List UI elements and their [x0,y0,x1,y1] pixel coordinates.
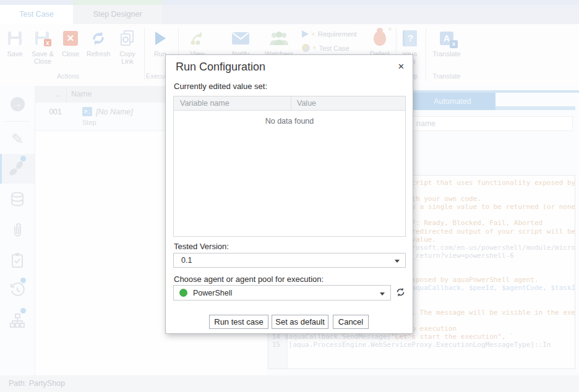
sidebar-item-edit[interactable]: ✎ [0,124,35,154]
requirement-icon [302,30,309,38]
tested-version-select[interactable]: 0.1 [173,253,406,268]
tab-step-designer[interactable]: Step Designer [73,5,162,24]
translate-icon: Ax [440,32,453,45]
sidebar-item-history[interactable] [0,276,35,305]
active-item-accent [0,154,2,184]
app-window: Test Case Step Designer Save x Save &Clo… [0,0,579,392]
group-label-actions: Actions [37,72,99,80]
sparkle-icon: ✳ [388,27,392,32]
copy-link-icon [114,27,141,50]
dialog-close-icon[interactable]: ✕ [398,62,405,71]
status-bar: Path: PartyShop [0,375,579,392]
step-number: 001 [35,108,62,116]
run-configuration-dialog: Run Configuration ✕ Currently edited val… [165,54,413,334]
step-name: [No Name] [96,108,133,116]
svg-text:x: x [46,40,49,46]
sidebar-divider [5,121,30,122]
value-set-table: Variable name Value No data found [173,96,406,237]
window-top-strip-accent [73,0,162,5]
save-and-close-icon: x [28,27,57,50]
expand-arrow-icon: → [11,97,25,111]
translate-button[interactable]: Ax Translate [431,27,463,58]
steps-footprints-icon [9,161,25,177]
close-icon: ✕ [63,31,78,46]
save-and-close-button[interactable]: x Save &Close [28,27,57,65]
grid-column-name[interactable]: Name [71,86,92,103]
database-icon [10,192,25,208]
grid-column-more[interactable]: ... [35,86,67,103]
set-as-default-button[interactable]: Set as default [272,315,328,329]
notify-icon [225,27,256,50]
sidebar-item-data[interactable] [0,185,35,215]
defect-bug-icon [374,31,386,46]
ribbon-tab-row: Test Case Step Designer [0,5,579,24]
tested-version-value: 0.1 [181,256,192,265]
tab-test-case[interactable]: Test Case [0,5,73,24]
value-set-label: Currently edited value set: [174,82,267,91]
agent-select[interactable]: PowerShell [173,285,391,300]
no-data-message: No data found [174,117,405,126]
tab-automated[interactable]: Automated [410,93,495,110]
dialog-title: Run Configuration [176,61,265,74]
agent-label: Choose agent or agent pool for execution… [174,275,324,284]
test-case-icon [302,44,310,52]
create-test-case-button[interactable]: ✳ Test Case [302,44,350,52]
group-label-translate: Translate [426,72,468,80]
view-button[interactable]: View [183,27,212,58]
hierarchy-icon [9,313,25,329]
save-icon [2,27,27,50]
agent-status-dot [179,289,187,297]
column-variable-name[interactable]: Variable name [180,96,229,111]
left-sidebar: → ✎ [0,86,35,375]
edit-pencil-icon: ✎ [11,130,24,148]
run-icon [155,32,166,45]
chevron-down-icon [380,292,385,296]
tab-strip-edge [495,106,575,110]
sidebar-item-steps[interactable] [0,154,35,184]
sidebar-item-dependencies[interactable] [0,306,35,336]
sidebar-item-attachments[interactable] [0,215,35,245]
agent-value: PowerShell [193,289,232,297]
cancel-button[interactable]: Cancel [333,315,369,329]
notification-dot [20,308,26,313]
watchers-icon [262,27,296,50]
notification-dot [20,156,26,161]
path-label: Path: PartyShop [9,379,65,388]
value-set-table-header: Variable name Value [174,96,405,111]
close-button[interactable]: ✕ Close [58,27,83,58]
refresh-icon [84,27,113,50]
step-type: Step [82,119,96,126]
refresh-agents-icon [395,287,406,297]
clipboard-check-icon [10,252,25,268]
run-button[interactable]: Run [147,27,173,58]
sparkle-icon: ✳ [312,45,317,51]
notify-button[interactable]: Notify [225,27,256,58]
chevron-down-icon [395,260,400,263]
run-test-case-button[interactable]: Run test case [209,315,268,329]
paperclip-icon [10,222,25,238]
refresh-button[interactable]: Refresh [84,27,113,58]
sidebar-item-checklist[interactable] [0,245,35,275]
create-requirement-button[interactable]: ✳ Requirement [302,30,357,38]
sparkle-icon: ✳ [311,32,315,37]
step-name-placeholder: name [416,119,435,128]
column-value[interactable]: Value [297,96,316,111]
watchers-button[interactable]: Watchers [262,27,296,58]
save-button[interactable]: Save [2,27,27,58]
agent-refresh-button[interactable] [395,287,406,297]
create-defect-button[interactable]: ✳ Defect [366,27,393,58]
window-top-strip [0,0,579,5]
tested-version-label: Tested Version: [174,242,229,251]
history-clock-icon [9,283,25,299]
copy-link-button[interactable]: CopyLink [114,27,141,65]
powershell-step-icon: >_ [82,107,92,116]
notification-dot [20,278,26,283]
column-divider [291,96,291,111]
sidebar-item-expand[interactable]: → [0,89,35,119]
view-icon [183,27,212,50]
aqua-wiki-book-icon: ? [403,30,417,46]
